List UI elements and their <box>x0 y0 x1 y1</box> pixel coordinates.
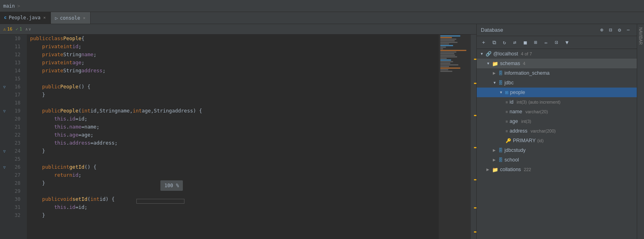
arrow-up-icon[interactable]: ∧ <box>25 27 28 31</box>
var-age: age <box>72 59 81 67</box>
col-id-type: int(3) <box>517 100 527 104</box>
tree-col-id[interactable]: ≡ id int(3) (auto increment) <box>477 97 637 107</box>
col-age-type: int(3) <box>521 119 531 124</box>
panel-maximize-btn[interactable]: ⊕ <box>597 26 606 35</box>
tab-label-console: console <box>60 15 80 21</box>
gutter-29 <box>0 187 9 195</box>
tree-col-address[interactable]: ≡ address varchar(200) <box>477 126 637 136</box>
panel-close-btn[interactable]: − <box>624 26 633 35</box>
toolbar-copy-btn[interactable]: ⧉ <box>490 38 498 47</box>
toolbar-edit-btn[interactable]: ✏ <box>542 38 551 47</box>
check-badge: ✓ 1 <box>16 27 22 32</box>
tree-col-age[interactable]: ≡ age int(3) <box>477 116 637 126</box>
people-table-label: people <box>510 90 525 95</box>
gutter-20 <box>0 115 9 123</box>
right-sidebar: NAVIBAR <box>637 24 644 239</box>
warning-badge: ⚠ 16 <box>3 27 12 32</box>
col-name-label: name <box>510 109 522 114</box>
panel-toolbar: + ⧉ ↻ ⇄ ■ ⊞ ✏ ⊡ ▼ <box>477 36 637 49</box>
editor-area: ⚠ 16 ✓ 1 ∧ ∨ ▽ <box>0 24 476 239</box>
toolbar-filter-btn[interactable]: ▼ <box>563 38 571 47</box>
linenum-22: 22 <box>9 131 24 139</box>
breadcrumb-main: main <box>3 3 15 9</box>
gutter-22 <box>0 131 9 139</box>
tree-information-schema[interactable]: ▶ 🗄 information_schema <box>477 68 637 78</box>
linenum-16: 16 <box>9 83 24 91</box>
col-icon-address: ≡ <box>506 129 508 133</box>
linenum-13: 13 <box>9 59 24 67</box>
tree-arrow-jdbc: ▼ <box>493 81 497 85</box>
kw-private-13: private <box>30 59 63 67</box>
gutter-26[interactable]: ▽ <box>0 163 9 171</box>
tree-people-table[interactable]: ▼ ⊞ people <box>477 88 637 97</box>
fold-26-icon: ▽ <box>3 165 6 170</box>
top-bar: main > <box>0 0 644 12</box>
linenum-30: 30 <box>9 195 24 203</box>
code-line-22: this.age = age; <box>30 131 439 139</box>
kw-public: public <box>30 35 48 43</box>
minimap-line-10 <box>440 50 466 51</box>
scroll-marker-5 <box>474 179 476 180</box>
tree-primary-key[interactable]: 🔑 PRIMARY (id) <box>477 136 637 145</box>
code-line-15 <box>30 75 439 83</box>
tree-jdbcstudy[interactable]: ▶ 🗄 jdbcstudy <box>477 145 637 155</box>
param-id: id <box>91 107 97 115</box>
jdbc-label: jdbc <box>504 80 514 86</box>
toolbar-refresh-btn[interactable]: ↻ <box>500 38 509 47</box>
horizontal-scrollbar[interactable] <box>136 199 184 204</box>
check-count: 1 <box>20 27 22 32</box>
gutter-19[interactable]: ▽ <box>0 107 9 115</box>
gutter-17 <box>0 91 9 99</box>
tree-connection[interactable]: ▼ 🔗 @localhost 4 of 7 <box>477 49 637 59</box>
toolbar-table-btn[interactable]: ⊞ <box>531 38 540 47</box>
tab-console[interactable]: ▷ console ✕ <box>51 12 91 24</box>
minimap-line-21 <box>440 67 460 69</box>
tree-arrow-info-schema: ▶ <box>493 71 497 75</box>
toolbar-stop-btn[interactable]: ■ <box>521 38 530 47</box>
code-line-28: } <box>30 179 439 187</box>
fn-people-1: People <box>60 83 78 91</box>
code-line-10: public class People { <box>30 35 439 43</box>
tab-close-people-java[interactable]: ✕ <box>43 15 47 20</box>
line-numbers: 10 11 12 13 14 15 16 17 18 19 20 21 22 2… <box>9 35 27 239</box>
linenum-28: 28 <box>9 179 24 187</box>
arrow-down-icon[interactable]: ∨ <box>28 27 31 31</box>
schemas-label: schemas <box>500 61 520 66</box>
toolbar-compare-btn[interactable]: ⇄ <box>510 38 519 47</box>
scroll-marker-3 <box>474 115 476 116</box>
kw-private-14: private <box>30 67 63 75</box>
toolbar-query-btn[interactable]: ⊡ <box>552 38 561 47</box>
tree-col-name[interactable]: ≡ name varchar(20) <box>477 107 637 116</box>
tab-people-java[interactable]: c People.java ✕ <box>0 12 51 24</box>
gutter-27 <box>0 171 9 179</box>
tree-collations[interactable]: ▶ 📁 collations 222 <box>477 165 637 174</box>
scroll-marker-6 <box>474 207 476 208</box>
tree-schemas[interactable]: ▼ 📁 schemas 4 <box>477 59 637 68</box>
code-editor[interactable]: public class People { private int id; pr… <box>27 35 439 239</box>
minimap <box>439 35 471 239</box>
linenum-25: 25 <box>9 155 24 163</box>
panel-settings-btn[interactable]: ⚙ <box>615 26 624 35</box>
col-address-label: address <box>510 128 527 134</box>
linenum-21: 21 <box>9 123 24 131</box>
tree-arrow-schemas: ▼ <box>486 61 490 65</box>
gutter-11 <box>0 43 9 51</box>
minimap-line-7 <box>440 45 453 46</box>
minimap-line-1 <box>440 35 460 37</box>
school-label: school <box>504 157 519 163</box>
gutter-24[interactable]: ▽ <box>0 147 9 155</box>
linenum-14: 14 <box>9 67 24 75</box>
col-name-type: varchar(20) <box>525 109 548 114</box>
warning-icon: ⚠ <box>3 27 6 32</box>
panel-split-btn[interactable]: ⊟ <box>606 26 615 35</box>
main-content: ⚠ 16 ✓ 1 ∧ ∨ ▽ <box>0 24 644 239</box>
gutter-23 <box>0 139 9 147</box>
toolbar-add-btn[interactable]: + <box>479 38 488 47</box>
gutter-16[interactable]: ▽ <box>0 83 9 91</box>
primary-key-extra: (id) <box>537 138 544 143</box>
connection-badge: 4 of 7 <box>521 51 532 56</box>
tab-close-console[interactable]: ✕ <box>82 15 86 20</box>
tree-jdbc[interactable]: ▼ 🗄 jdbc <box>477 78 637 88</box>
key-icon: 🔑 <box>506 138 511 143</box>
tree-school[interactable]: ▶ 🗄 school <box>477 155 637 165</box>
